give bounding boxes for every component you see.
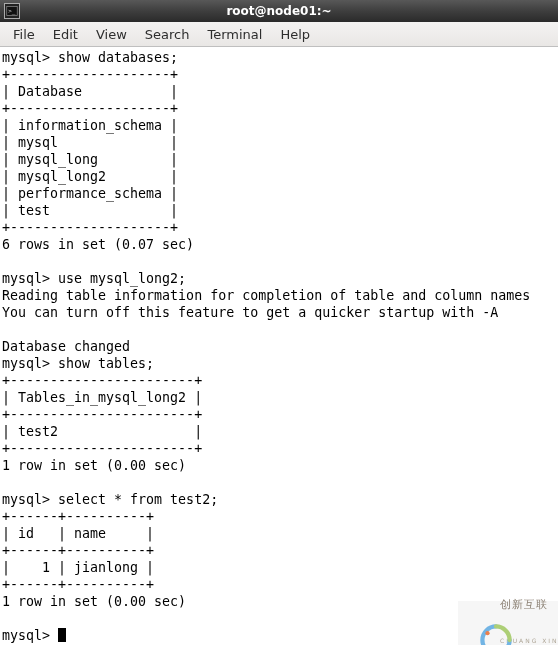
menu-edit[interactable]: Edit <box>44 25 87 44</box>
terminal-line: +-----------------------+ <box>2 441 202 456</box>
terminal-line: +------+----------+ <box>2 577 154 592</box>
terminal-line: | mysql_long2 | <box>2 169 178 184</box>
watermark-logo-icon <box>462 606 496 640</box>
terminal-line: 1 row in set (0.00 sec) <box>2 458 186 473</box>
terminal-line: +-----------------------+ <box>2 373 202 388</box>
terminal-line: +--------------------+ <box>2 220 178 235</box>
terminal-line: | performance_schema | <box>2 186 178 201</box>
terminal-line: mysql> show databases; <box>2 50 178 65</box>
terminal-line: Database changed <box>2 339 130 354</box>
watermark: 创新互联 CHUANG XIN HU LIAN <box>458 601 558 645</box>
terminal-line: You can turn off this feature to get a q… <box>2 305 498 320</box>
menu-file[interactable]: File <box>4 25 44 44</box>
window-title: root@node01:~ <box>0 4 558 18</box>
terminal-line: mysql> show tables; <box>2 356 154 371</box>
terminal-line: +------+----------+ <box>2 543 154 558</box>
terminal-line: | Database | <box>2 84 178 99</box>
terminal-line: | 1 | jianlong | <box>2 560 154 575</box>
menu-view[interactable]: View <box>87 25 136 44</box>
terminal-line: +-----------------------+ <box>2 407 202 422</box>
svg-text:>_: >_ <box>8 7 16 15</box>
menu-terminal[interactable]: Terminal <box>198 25 271 44</box>
terminal-line: Reading table information for completion… <box>2 288 530 303</box>
terminal-area[interactable]: mysql> show databases; +----------------… <box>0 47 558 645</box>
watermark-main: 创新互联 <box>500 599 558 611</box>
terminal-prompt: mysql> <box>2 628 58 643</box>
terminal-line: +------+----------+ <box>2 509 154 524</box>
cursor <box>58 628 66 642</box>
terminal-line: | mysql_long | <box>2 152 178 167</box>
terminal-icon: >_ <box>4 3 20 19</box>
terminal-line: mysql> select * from test2; <box>2 492 218 507</box>
svg-point-2 <box>485 631 489 635</box>
menu-search[interactable]: Search <box>136 25 199 44</box>
window-titlebar: >_ root@node01:~ <box>0 0 558 22</box>
terminal-line: | Tables_in_mysql_long2 | <box>2 390 202 405</box>
terminal-line: mysql> use mysql_long2; <box>2 271 186 286</box>
menubar: File Edit View Search Terminal Help <box>0 22 558 47</box>
terminal-line: | information_schema | <box>2 118 178 133</box>
terminal-line: | id | name | <box>2 526 154 541</box>
terminal-line: 6 rows in set (0.07 sec) <box>2 237 194 252</box>
terminal-line: | test2 | <box>2 424 202 439</box>
terminal-line: 1 row in set (0.00 sec) <box>2 594 186 609</box>
terminal-line: +--------------------+ <box>2 67 178 82</box>
terminal-line: +--------------------+ <box>2 101 178 116</box>
terminal-line: | test | <box>2 203 178 218</box>
terminal-line: | mysql | <box>2 135 178 150</box>
menu-help[interactable]: Help <box>271 25 319 44</box>
